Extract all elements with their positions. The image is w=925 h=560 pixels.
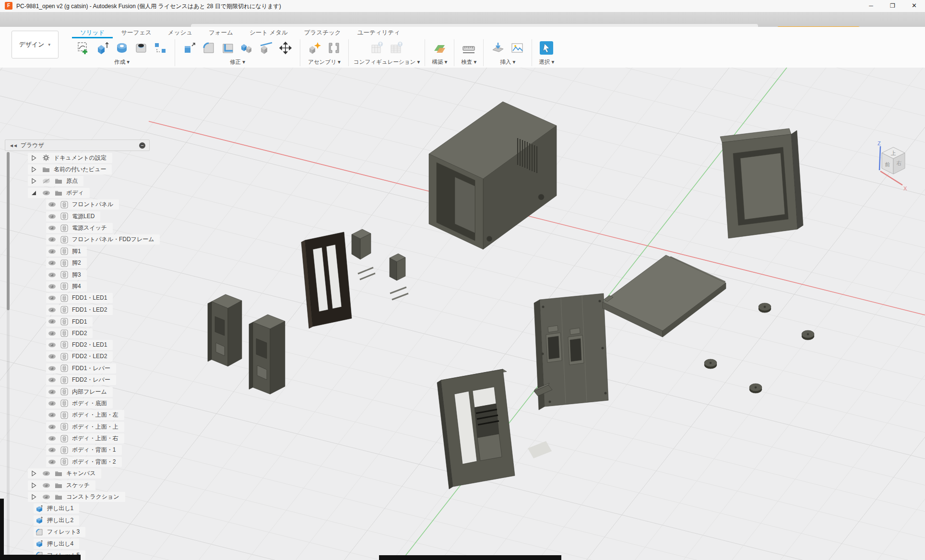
visibility-eye-icon[interactable]: [47, 307, 57, 313]
visibility-eye-icon[interactable]: [47, 412, 57, 418]
ribbon-group-label[interactable]: 選択 ▾: [539, 58, 554, 66]
body-fdd1[interactable]: [208, 294, 242, 366]
visibility-eye-icon[interactable]: [47, 331, 57, 336]
tree-expand-icon[interactable]: [29, 494, 38, 500]
select-icon[interactable]: [537, 39, 556, 57]
ribbon-tab-2[interactable]: サーフェス: [113, 28, 160, 38]
shell-icon[interactable]: [218, 39, 237, 57]
pattern-icon[interactable]: [151, 39, 170, 57]
body-feet[interactable]: [704, 303, 814, 393]
workspace-selector[interactable]: デザイン ▼: [12, 31, 59, 58]
visibility-eye-icon[interactable]: [47, 284, 57, 289]
visibility-eye-icon[interactable]: [41, 494, 51, 500]
browser-row-脚4[interactable]: 脚4: [5, 280, 160, 292]
visibility-eye-icon[interactable]: [47, 260, 57, 266]
browser-row-FDD1・LED1[interactable]: FDD1・LED1: [5, 292, 160, 304]
visibility-eye-icon[interactable]: [47, 354, 57, 359]
browser-row-ボディ・上面・左[interactable]: ボディ・上面・左: [5, 409, 160, 421]
panel-minimize-icon[interactable]: −: [139, 142, 145, 149]
tree-expand-icon[interactable]: [29, 155, 38, 161]
browser-row-FDD2[interactable]: FDD2: [5, 327, 160, 339]
browser-row-FDD2・レバー[interactable]: FDD2・レバー: [5, 374, 160, 385]
visibility-eye-icon[interactable]: [47, 436, 57, 441]
browser-scrollbar-thumb[interactable]: [7, 152, 10, 310]
configuration-table-icon[interactable]: [387, 39, 406, 57]
visibility-eye-icon[interactable]: [47, 272, 57, 278]
browser-row-押し出し2[interactable]: 押し出し2: [5, 514, 160, 526]
body-front-panel[interactable]: [437, 369, 515, 489]
visibility-eye-icon[interactable]: [47, 401, 57, 406]
visibility-eye-icon[interactable]: [47, 237, 57, 242]
browser-row-フロントパネル・FDDフレーム[interactable]: フロントパネル・FDDフレーム: [5, 234, 160, 245]
ribbon-group-label[interactable]: 検査 ▾: [461, 58, 476, 66]
tree-expand-icon[interactable]: [29, 470, 38, 477]
browser-row-名前の付いたビュー[interactable]: 名前の付いたビュー: [5, 163, 160, 175]
view-cube[interactable]: 上 前 右 Z X: [864, 139, 921, 198]
press-pull-icon[interactable]: [180, 39, 199, 57]
body-rear-bezel[interactable]: [720, 128, 803, 238]
visibility-eye-icon[interactable]: [47, 424, 57, 430]
panel-collapse-icon[interactable]: ◄◄: [9, 143, 17, 148]
visibility-eye-icon[interactable]: [47, 377, 57, 383]
browser-row-FDD2・LED1[interactable]: FDD2・LED1: [5, 339, 160, 350]
ribbon-tab-1[interactable]: ソリッド: [72, 28, 113, 38]
configuration-icon[interactable]: [368, 39, 387, 57]
browser-panel-header[interactable]: ◄◄ ブラウザ −: [5, 140, 150, 151]
browser-row-FDD1・LED2[interactable]: FDD1・LED2: [5, 304, 160, 315]
fillet-icon[interactable]: [199, 39, 218, 57]
visibility-eye-icon[interactable]: [47, 459, 57, 465]
close-button[interactable]: ✕: [903, 0, 925, 12]
browser-row-コンストラクション[interactable]: コンストラクション: [5, 491, 160, 502]
joint-icon[interactable]: [324, 39, 344, 57]
browser-row-FDD1・レバー[interactable]: FDD1・レバー: [5, 362, 160, 374]
browser-row-原点[interactable]: 原点: [5, 175, 160, 187]
body-power-switch[interactable]: [352, 229, 371, 259]
insert-derive-icon[interactable]: [488, 39, 508, 57]
browser-row-電源スイッチ[interactable]: 電源スイッチ: [5, 222, 160, 233]
browser-row-ボディ・背面・1[interactable]: ボディ・背面・1: [5, 444, 160, 456]
browser-row-ボディ・底面[interactable]: ボディ・底面: [5, 397, 160, 409]
browser-row-フィレット3[interactable]: フィレット3: [5, 526, 160, 538]
ribbon-tab-5[interactable]: シート メタル: [241, 28, 296, 38]
browser-row-FDD1[interactable]: FDD1: [5, 315, 160, 327]
browser-row-フロントパネル[interactable]: フロントパネル: [5, 199, 160, 210]
browser-row-ボディ・背面・2[interactable]: ボディ・背面・2: [5, 456, 160, 467]
browser-row-ドキュメントの設定[interactable]: ドキュメントの設定: [5, 152, 160, 163]
new-component-icon[interactable]: [305, 39, 324, 57]
browser-row-ボディ・上面・上[interactable]: ボディ・上面・上: [5, 421, 160, 432]
ribbon-tab-3[interactable]: メッシュ: [160, 28, 201, 38]
body-top-lid[interactable]: [603, 255, 726, 337]
visibility-eye-icon[interactable]: [41, 471, 51, 476]
combine-icon[interactable]: [237, 39, 257, 57]
browser-row-押し出し1[interactable]: 押し出し1: [5, 503, 160, 514]
minimize-button[interactable]: ─: [860, 0, 882, 12]
visibility-eye-icon[interactable]: [47, 342, 57, 348]
visibility-eye-icon[interactable]: [47, 366, 57, 371]
create-sketch-icon[interactable]: [74, 39, 93, 57]
revolve-icon[interactable]: [112, 39, 131, 57]
browser-row-脚2[interactable]: 脚2: [5, 257, 160, 269]
viewport-canvas[interactable]: 上 前 右 Z X ◄◄ ブラウザ − ドキュメントの設定名前の付いたビュー原点…: [0, 68, 925, 560]
visibility-eye-icon[interactable]: [41, 483, 51, 488]
visibility-eye-icon[interactable]: [47, 249, 57, 254]
ribbon-group-label[interactable]: 挿入 ▾: [500, 58, 515, 66]
maximize-button[interactable]: ❐: [882, 0, 903, 12]
browser-row-FDD2・LED2[interactable]: FDD2・LED2: [5, 351, 160, 362]
visibility-eye-icon[interactable]: [47, 225, 57, 231]
tree-expand-icon[interactable]: [29, 178, 38, 184]
ribbon-tab-6[interactable]: プラスチック: [296, 28, 349, 38]
ribbon-tab-7[interactable]: ユーティリティ: [349, 28, 408, 38]
ribbon-group-label[interactable]: コンフィギュレーション ▾: [354, 58, 420, 66]
tree-expand-icon[interactable]: [29, 482, 38, 489]
body-fdd2[interactable]: [249, 315, 285, 394]
browser-row-スケッチ[interactable]: スケッチ: [5, 479, 160, 491]
visibility-eye-icon[interactable]: [47, 319, 57, 324]
browser-row-電源LED[interactable]: 電源LED: [5, 210, 160, 222]
ribbon-tab-4[interactable]: フォーム: [201, 28, 241, 38]
insert-canvas-icon[interactable]: [508, 39, 527, 57]
ribbon-group-label[interactable]: アセンブリ ▾: [308, 58, 341, 66]
ribbon-group-label[interactable]: 作成 ▾: [114, 58, 130, 66]
tree-collapse-icon[interactable]: [29, 190, 38, 196]
split-body-icon[interactable]: [257, 39, 276, 57]
ribbon-group-label[interactable]: 構築 ▾: [432, 58, 447, 66]
